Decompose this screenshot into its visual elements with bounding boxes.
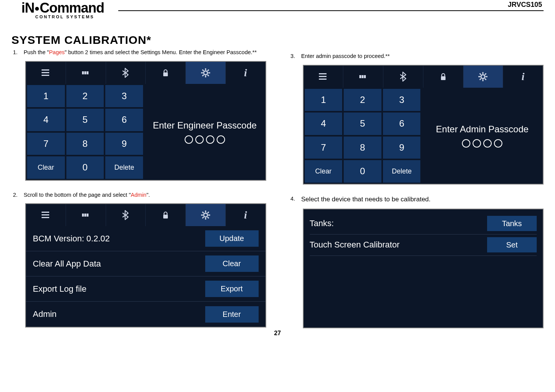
step-3-text: Enter admin passcode to proceed.** [301,53,544,60]
key-0[interactable]: 0 [66,156,105,179]
passcode-prompt: Enter Engineer Passcode [144,84,265,180]
logo-text-left: iN [21,0,34,16]
gear-icon[interactable] [463,66,504,88]
dot-icon [473,139,481,148]
doc-header: iNCommand™ CONTROL SYSTEMS JRVCS105 [11,0,544,19]
gear-icon[interactable] [186,62,226,84]
step-3-num: 3. [289,53,301,60]
key-9[interactable]: 9 [105,132,143,156]
screenshot-calibrate-list: Tanks: Tanks Touch Screen Calibrator Set [303,209,544,328]
dot-icon [217,135,225,144]
lock-icon[interactable] [146,204,186,226]
info-icon[interactable]: i [503,66,543,88]
step-1-text: Push the "Pages" button 2 times and sele… [24,49,266,56]
bluetooth-icon[interactable] [106,62,146,84]
passcode-dots [185,135,225,144]
list-item-export-log: Export Log file Export [26,276,265,302]
key-7[interactable]: 7 [304,136,343,159]
key-1[interactable]: 1 [304,88,343,112]
logo-dot-icon [35,7,39,11]
list-item-tanks: Tanks: Tanks [310,213,537,235]
step-2-text: Scroll to the bottom of the page and sel… [24,191,266,199]
gear-icon[interactable] [186,204,226,226]
key-3[interactable]: 3 [105,85,143,108]
menu-icon[interactable] [26,62,66,84]
key-0[interactable]: 0 [343,160,382,183]
key-3[interactable]: 3 [383,88,421,112]
lock-icon[interactable] [423,66,463,88]
key-5[interactable]: 5 [343,112,382,135]
bluetooth-icon[interactable] [106,204,146,226]
step-3: 3. Enter admin passcode to proceed.** [289,53,544,60]
page-number: 27 [11,330,544,337]
page-title: SYSTEM CALIBRATION* [11,34,544,47]
key-2[interactable]: 2 [343,88,382,112]
info-icon[interactable]: i [226,204,265,226]
admin-word: Admin [131,192,146,198]
app-toolbar: i [26,62,265,84]
passcode-prompt: Enter Admin Passcode [422,88,543,184]
row-label: Touch Screen Calibrator [310,240,400,250]
bluetooth-icon[interactable] [383,66,423,88]
lock-icon[interactable] [146,62,186,84]
model-number: JRVCS105 [508,1,544,9]
step-1-num: 1. [11,49,24,56]
dot-icon [206,135,214,144]
key-clear[interactable]: Clear [27,156,65,179]
enter-button[interactable]: Enter [205,306,259,323]
dot-icon [483,139,492,148]
battery-icon[interactable] [66,204,106,226]
tanks-button[interactable]: Tanks [487,216,537,231]
key-1[interactable]: 1 [27,85,65,108]
row-label: Tanks: [310,218,334,228]
header-rule [118,10,544,11]
row-label: Export Log file [33,284,87,294]
key-delete[interactable]: Delete [383,160,421,183]
key-4[interactable]: 4 [304,112,343,135]
key-7[interactable]: 7 [27,132,65,156]
key-2[interactable]: 2 [66,85,105,108]
dot-icon [185,135,193,144]
update-button[interactable]: Update [205,230,259,247]
battery-icon[interactable] [343,66,383,88]
dot-icon [494,139,502,148]
calibrate-list: Tanks: Tanks Touch Screen Calibrator Set [304,209,543,328]
clear-button[interactable]: Clear [205,255,259,272]
step-1: 1. Push the "Pages" button 2 times and s… [11,49,266,56]
prompt-text: Enter Engineer Passcode [153,120,257,131]
battery-icon[interactable] [66,62,106,84]
info-icon[interactable]: i [226,62,265,84]
keypad: 1 2 3 4 5 6 7 8 9 Clear 0 Delete [304,88,422,184]
key-9[interactable]: 9 [383,136,421,159]
key-delete[interactable]: Delete [105,156,143,179]
step-2: 2. Scroll to the bottom of the page and … [11,191,266,199]
key-8[interactable]: 8 [66,132,105,156]
key-6[interactable]: 6 [383,112,421,135]
step-4-num: 4. [289,195,301,204]
step-4-text: Select the device that needs to be calib… [301,195,544,204]
logo-text-right: Command [40,0,104,16]
list-item-admin: Admin Enter [26,302,265,327]
key-8[interactable]: 8 [343,136,382,159]
export-button[interactable]: Export [205,281,259,297]
passcode-dots [462,139,502,148]
screenshot-settings-list: i BCM Version: 0.2.02 Update Clear All A… [25,203,266,328]
prompt-text: Enter Admin Passcode [436,124,529,135]
logo: iNCommand™ CONTROL SYSTEMS [11,0,118,19]
dot-icon [462,139,470,148]
set-button[interactable]: Set [487,237,537,252]
key-clear[interactable]: Clear [304,160,343,183]
list-item-touch-calibrator: Touch Screen Calibrator Set [310,235,537,256]
step-2-num: 2. [11,191,24,199]
screenshot-admin-passcode: i 1 2 3 4 5 6 7 8 9 Clear 0 Delete [303,65,544,185]
step-4: 4. Select the device that needs to be ca… [289,195,544,204]
menu-icon[interactable] [304,66,344,88]
row-label: BCM Version: 0.2.02 [33,234,110,244]
app-toolbar: i [26,204,265,226]
list-item-bcm-version: BCM Version: 0.2.02 Update [26,226,265,251]
settings-list[interactable]: BCM Version: 0.2.02 Update Clear All App… [26,226,265,327]
menu-icon[interactable] [26,204,66,226]
key-6[interactable]: 6 [105,108,143,132]
key-5[interactable]: 5 [66,108,105,132]
key-4[interactable]: 4 [27,108,65,132]
